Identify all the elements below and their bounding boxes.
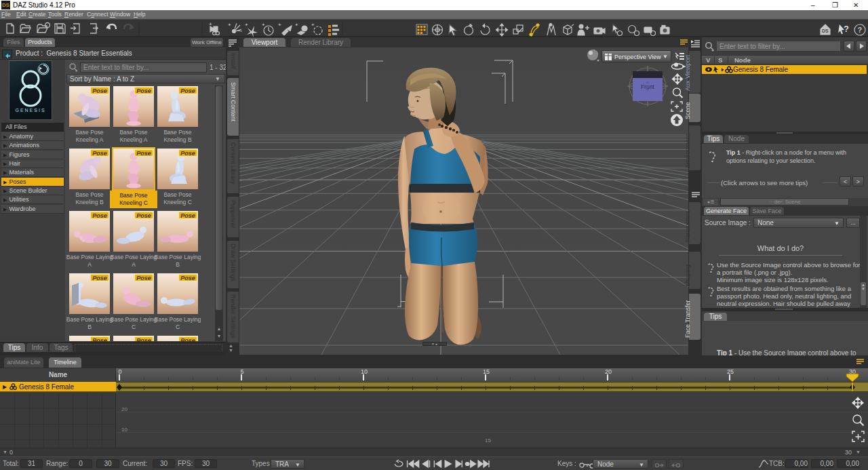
svg-text:5: 5 — [240, 368, 243, 375]
svg-text:+: + — [245, 22, 248, 28]
svg-text:25: 25 — [727, 368, 734, 375]
svg-text:+: + — [295, 22, 298, 28]
svg-text:20: 20 — [605, 368, 612, 375]
svg-text:+: + — [278, 22, 281, 28]
svg-text:10: 10 — [361, 368, 368, 375]
svg-text:GENESIS: GENESIS — [15, 108, 45, 113]
svg-text:+: + — [262, 22, 265, 28]
svg-text:+: + — [311, 22, 315, 28]
svg-text:?: ? — [844, 24, 849, 34]
svg-text:?: ? — [858, 26, 863, 34]
svg-text:+: + — [228, 22, 231, 28]
svg-text:0: 0 — [118, 368, 121, 375]
svg-text:DS: DS — [822, 28, 829, 33]
svg-text:15: 15 — [483, 368, 490, 375]
svg-text:+: + — [209, 21, 212, 27]
